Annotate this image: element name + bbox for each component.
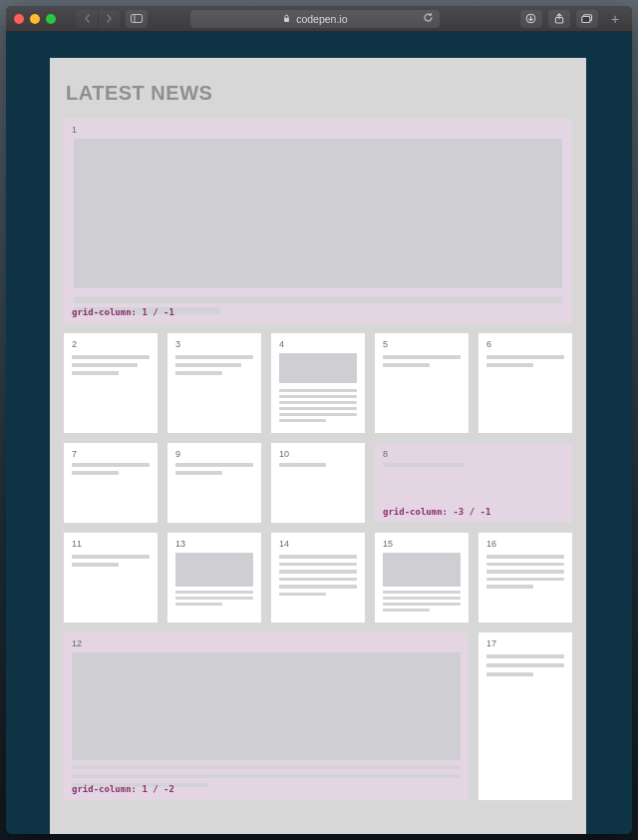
downloads-button[interactable] [520, 10, 542, 28]
card-number: 5 [383, 339, 388, 349]
new-tab-button[interactable]: + [606, 6, 624, 32]
card-number: 7 [72, 449, 77, 459]
svg-rect-2 [284, 18, 289, 22]
card-8[interactable]: 8 grid-column: -3 / -1 [375, 443, 572, 523]
svg-rect-0 [132, 15, 143, 23]
card-16[interactable]: 16 [478, 533, 572, 623]
grid-code-label: grid-column: 1 / -1 [72, 307, 174, 317]
image-placeholder [279, 353, 357, 383]
card-number: 9 [175, 449, 180, 459]
tabs-button[interactable] [576, 10, 598, 28]
card-15[interactable]: 15 [375, 533, 469, 623]
zoom-window-button[interactable] [46, 14, 56, 24]
image-placeholder [175, 553, 253, 587]
card-number: 8 [383, 449, 388, 459]
share-button[interactable] [548, 10, 570, 28]
safari-window: codepen.io + L [6, 6, 632, 834]
download-icon [525, 13, 536, 24]
minimize-window-button[interactable] [30, 14, 40, 24]
address-bar[interactable]: codepen.io [190, 10, 440, 28]
page-title: LATEST NEWS [66, 82, 572, 105]
reload-button[interactable] [423, 12, 434, 23]
image-placeholder [72, 652, 461, 760]
chevron-right-icon [106, 14, 113, 23]
text-placeholder [74, 296, 562, 303]
page-content: LATEST NEWS 1 grid-column: 1 / -1 2 [50, 58, 586, 834]
sidebar-button[interactable] [126, 10, 148, 28]
card-9[interactable]: 9 [167, 443, 261, 523]
card-11[interactable]: 11 [64, 533, 158, 623]
plus-icon: + [611, 11, 619, 27]
grid-code-label: grid-column: -3 / -1 [383, 507, 490, 517]
lock-icon [283, 14, 290, 23]
safari-toolbar: codepen.io + [6, 6, 632, 32]
card-number: 1 [72, 125, 77, 135]
page-viewport[interactable]: LATEST NEWS 1 grid-column: 1 / -1 2 [6, 32, 632, 834]
card-3[interactable]: 3 [167, 333, 261, 433]
desktop: codepen.io + L [0, 0, 638, 840]
card-7[interactable]: 7 [64, 443, 158, 523]
sidebar-icon [131, 14, 143, 23]
card-number: 4 [279, 339, 284, 349]
card-13[interactable]: 13 [167, 533, 261, 623]
share-icon [554, 13, 564, 24]
card-number: 17 [486, 638, 496, 648]
card-number: 15 [383, 539, 393, 549]
back-button[interactable] [76, 10, 98, 28]
card-14[interactable]: 14 [271, 533, 365, 623]
forward-button[interactable] [98, 10, 120, 28]
close-window-button[interactable] [14, 14, 24, 24]
card-number: 3 [175, 339, 180, 349]
chevron-left-icon [84, 14, 91, 23]
card-number: 12 [72, 638, 82, 648]
grid-code-label: grid-column: 1 / -2 [72, 784, 174, 794]
card-number: 6 [486, 339, 491, 349]
card-6[interactable]: 6 [478, 333, 572, 433]
card-17[interactable]: 17 [478, 632, 572, 800]
card-2[interactable]: 2 [64, 333, 158, 433]
svg-rect-6 [582, 16, 590, 22]
card-number: 13 [175, 539, 185, 549]
reload-icon [423, 12, 434, 23]
card-number: 16 [486, 539, 496, 549]
card-number: 14 [279, 539, 289, 549]
card-4[interactable]: 4 [271, 333, 365, 433]
card-10[interactable]: 10 [271, 443, 365, 523]
card-5[interactable]: 5 [375, 333, 469, 433]
card-number: 11 [72, 539, 82, 549]
card-number: 2 [72, 339, 77, 349]
address-host: codepen.io [296, 13, 347, 25]
card-number: 10 [279, 449, 289, 459]
news-grid: 1 grid-column: 1 / -1 2 3 [64, 119, 572, 800]
card-1[interactable]: 1 grid-column: 1 / -1 [64, 119, 572, 323]
window-controls [14, 14, 56, 24]
card-12[interactable]: 12 grid-column: 1 / -2 [64, 632, 469, 800]
image-placeholder [74, 139, 562, 288]
image-placeholder [383, 553, 461, 587]
tabs-icon [581, 14, 593, 24]
